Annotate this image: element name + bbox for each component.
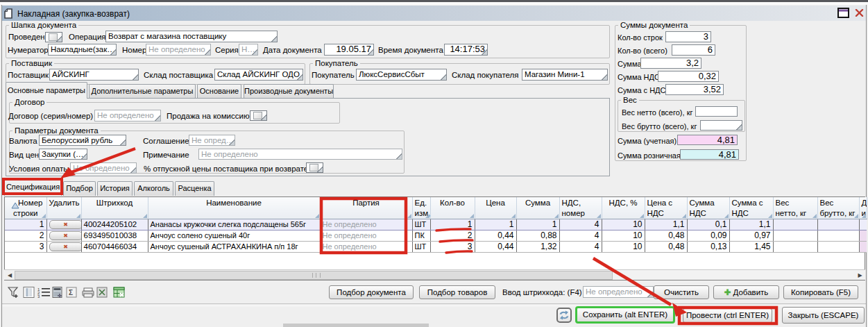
svg-text:3: 3	[37, 294, 40, 299]
svg-text:Σ: Σ	[69, 289, 73, 296]
